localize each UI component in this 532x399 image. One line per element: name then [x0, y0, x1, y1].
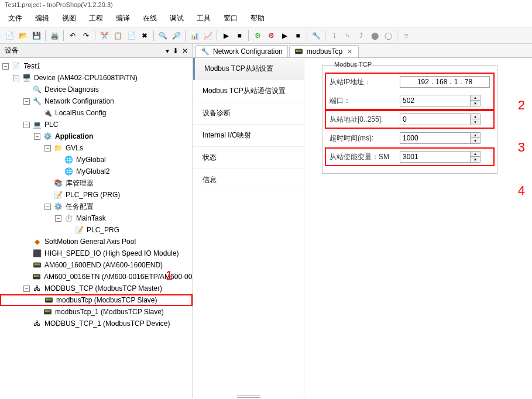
nav-status[interactable]: 状态 [193, 147, 304, 169]
tree-toggle[interactable]: − [55, 215, 61, 222]
down-icon[interactable]: ▼ [471, 119, 480, 125]
tree-toggle[interactable]: − [23, 98, 30, 105]
search2-icon[interactable]: 🔎 [170, 30, 182, 42]
up-icon[interactable]: ▲ [471, 114, 480, 119]
nav-info[interactable]: 信息 [193, 169, 304, 191]
step-out-icon[interactable]: ⤴ [355, 30, 367, 42]
bp-icon[interactable]: ⬤ [369, 30, 380, 42]
build-icon[interactable]: 📊 [188, 30, 200, 42]
bp2-icon[interactable]: ◯ [382, 30, 394, 42]
run-icon[interactable]: ▶ [220, 30, 232, 42]
step-over-icon[interactable]: ⤵ [328, 30, 340, 42]
up-icon[interactable]: ▲ [471, 152, 480, 157]
tree-plc[interactable]: PLC [43, 120, 59, 129]
step-into-icon[interactable]: ⤷ [342, 30, 353, 42]
menu-compile[interactable]: 编译 [110, 12, 136, 25]
menu-tools[interactable]: 工具 [191, 12, 217, 25]
ip-seg-a[interactable]: 192 [417, 78, 429, 86]
close-icon[interactable]: ✕ [346, 48, 353, 56]
tree-diag[interactable]: Device Diagnosis [43, 85, 100, 94]
wrench-icon[interactable]: 🔧 [310, 30, 322, 42]
save-icon[interactable]: 💾 [30, 30, 42, 42]
down-icon[interactable]: ▼ [471, 138, 480, 143]
open-icon[interactable]: 📂 [17, 30, 29, 42]
tree-hsio[interactable]: HIGH_SPEED_IO (High Speed IO Module) [43, 249, 180, 258]
tree-maintask[interactable]: MainTask [75, 214, 107, 223]
timeout-input[interactable]: ▲▼ [400, 132, 480, 144]
redo-icon[interactable]: ↷ [80, 30, 92, 42]
resize-handle[interactable] [237, 395, 260, 397]
tree-modbus-tcp1[interactable]: MODBUS_TCP_1 (ModbusTCP Device) [43, 319, 171, 328]
menu-debug[interactable]: 调试 [164, 12, 190, 25]
down-icon[interactable]: ▼ [471, 101, 480, 106]
pin-icon[interactable]: ⬇ [173, 47, 179, 55]
ip-seg-d[interactable]: 78 [465, 78, 472, 86]
tree-netcfg[interactable]: Network Configuration [43, 97, 115, 106]
print-icon[interactable]: 🖨️ [49, 30, 60, 42]
nav-comm-settings[interactable]: Modbus TCP从站通信设置 [193, 80, 304, 102]
port-field[interactable] [400, 95, 470, 106]
stop-icon[interactable]: ■ [234, 30, 245, 42]
paste-icon[interactable]: 📄 [125, 30, 137, 42]
tree-myglobal2[interactable]: MyGlobal2 [75, 167, 111, 176]
tree-root[interactable]: Test1 [22, 61, 42, 71]
tree-toggle[interactable]: − [2, 63, 9, 70]
menu-project[interactable]: 工程 [83, 12, 109, 25]
tree-modbustcp-slave1[interactable]: modbusTcp_1 (ModbusTCP Slave) [54, 307, 165, 317]
addr-field[interactable] [400, 113, 470, 125]
menu-online[interactable]: 在线 [137, 12, 163, 25]
cut-icon[interactable]: ✂️ [98, 30, 110, 42]
up-icon[interactable]: ▲ [471, 95, 480, 101]
menu-edit[interactable]: 编辑 [29, 12, 55, 25]
tree-toggle[interactable]: − [23, 122, 30, 128]
pause-icon[interactable]: ■ [292, 30, 304, 42]
ip-seg-c[interactable]: 1 [454, 78, 458, 86]
logout-icon[interactable]: ⚙ [265, 30, 277, 42]
tree-softmotion[interactable]: SoftMotion General Axis Pool [43, 237, 137, 246]
close-icon[interactable]: ✕ [182, 47, 188, 55]
copy-icon[interactable]: 📋 [112, 30, 123, 42]
tree-plcprg2[interactable]: PLC_PRG [85, 225, 121, 235]
enable-field[interactable] [400, 151, 470, 163]
ip-input[interactable]: 192. 168. 1. 78 [400, 76, 490, 88]
nav-io-mapping[interactable]: Internal I/O映射 [193, 125, 304, 147]
tree-gvls[interactable]: GVLs [64, 143, 84, 153]
tree-toggle[interactable]: − [44, 204, 51, 210]
misc-icon[interactable]: ≡ [400, 30, 412, 42]
tree-libmgr[interactable]: 库管理器 [64, 178, 95, 189]
undo-icon[interactable]: ↶ [67, 30, 78, 42]
tree-toggle[interactable]: − [13, 75, 19, 81]
addr-input[interactable]: ▲▼ [400, 113, 480, 125]
tree-plcprg[interactable]: PLC_PRG (PRG) [64, 190, 121, 200]
search-icon[interactable]: 🔍 [157, 30, 169, 42]
ip-seg-b[interactable]: 168 [435, 78, 447, 86]
new-icon[interactable]: 📄 [4, 30, 15, 42]
menu-window[interactable]: 窗口 [218, 12, 243, 25]
tab-modbustcp[interactable]: 📟 modbusTcp ✕ [289, 45, 359, 57]
tree-modbus-tcp[interactable]: MODBUS_TCP (ModbusTCP Master) [43, 284, 163, 293]
nav-device-diag[interactable]: 设备诊断 [193, 102, 304, 125]
nav-slave-settings[interactable]: Modbus TCP从站设置 [193, 58, 304, 80]
menu-file[interactable]: 文件 [2, 12, 28, 25]
tree-taskcfg[interactable]: 任务配置 [64, 201, 95, 212]
tree-myglobal[interactable]: MyGlobal [75, 155, 107, 164]
login-icon[interactable]: ⚙ [252, 30, 263, 42]
timeout-field[interactable] [400, 132, 470, 144]
tree-toggle[interactable]: − [23, 286, 30, 292]
tree-toggle[interactable]: − [44, 145, 51, 152]
tree-am600-1[interactable]: AM600_1600END (AM600-1600END) [43, 260, 164, 270]
build2-icon[interactable]: 📈 [202, 30, 214, 42]
tree-app[interactable]: Application [54, 132, 94, 141]
tab-network-config[interactable]: 🔧 Network Configuration [195, 45, 288, 57]
menu-help[interactable]: 帮助 [245, 12, 270, 25]
delete-icon[interactable]: ✖ [139, 30, 150, 42]
dropdown-icon[interactable]: ▾ [166, 47, 169, 55]
up-icon[interactable]: ▲ [471, 133, 480, 138]
tree-localbus[interactable]: LocalBus Config [54, 108, 107, 118]
tree-toggle[interactable]: − [34, 133, 40, 140]
menu-view[interactable]: 视图 [56, 12, 82, 25]
play-icon[interactable]: ▶ [279, 30, 290, 42]
tree-modbustcp-slave[interactable]: modbusTcp (ModbusTCP Slave) [55, 295, 159, 305]
tree-device[interactable]: Device (AM402-CPU1608TP/TN) [33, 73, 139, 82]
enable-input[interactable]: ▲▼ [400, 151, 480, 163]
